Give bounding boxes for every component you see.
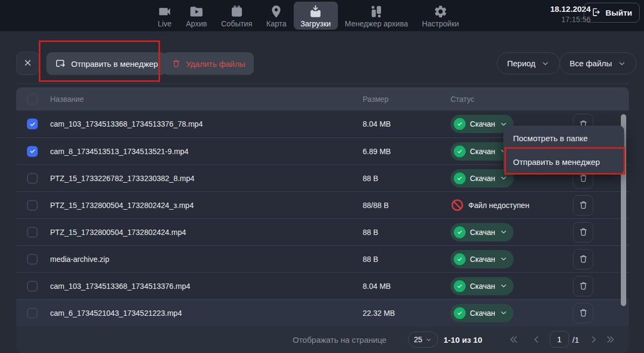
nav-tab-settings[interactable]: Настройки [415, 2, 466, 30]
table-row: PTZ_15_1732800504_1732802424.mp488 BСкач… [16, 218, 629, 245]
status-badge-downloaded[interactable]: Скачан [451, 250, 514, 268]
nav-tab-archive-manager[interactable]: Менеджер архива [338, 2, 415, 30]
items-range: 1-10 из 10 [444, 326, 482, 353]
last-page-button[interactable] [603, 326, 619, 353]
period-dropdown[interactable]: Период [497, 52, 560, 74]
status-badge-downloaded[interactable]: Скачан [451, 304, 514, 322]
file-name: PTZ_15_1733226782_1733230382_8.mp4 [43, 174, 363, 183]
file-name: cam_8_1734513513_1734513521-9.mp4 [43, 147, 363, 156]
row-checkbox[interactable] [27, 254, 38, 265]
delete-files-label: Удалить файлы [186, 59, 245, 68]
nav-tab-live[interactable]: Live [150, 2, 179, 30]
logout-button[interactable]: Выйти [584, 3, 640, 23]
next-page-button[interactable] [586, 326, 602, 353]
send-to-manager-icon [55, 58, 66, 70]
toolbar-divider [16, 84, 629, 84]
file-type-label: Все файлы [570, 59, 612, 68]
nav-tab-label: Карта [266, 19, 286, 28]
nav-tab-label: Live [158, 19, 172, 28]
row-checkbox[interactable] [27, 200, 38, 211]
status-label: Скачан [470, 228, 495, 237]
context-menu-item-open-folder[interactable]: Посмотреть в папке [503, 126, 624, 150]
delete-row-button[interactable] [573, 276, 593, 296]
select-all-checkbox[interactable] [27, 94, 38, 105]
file-name: PTZ_15_1732800504_1732802424_з.mp4 [43, 201, 363, 210]
chevron-down-icon [541, 59, 550, 68]
column-name: Название [43, 95, 363, 103]
downloaded-check-icon [454, 118, 466, 130]
context-menu-item-send-to-manager[interactable]: Отправить в менеджер [503, 150, 624, 174]
status-label: Скачан [470, 282, 495, 290]
nav-tabs: LiveАрхивСобытияКартаЗагрузкиМенеджер ар… [150, 2, 466, 30]
nav-tab-label: События [221, 19, 252, 28]
download-icon [308, 4, 323, 19]
table-row: cam_103_1734513368_1734513376.mp48.04 MB… [16, 272, 629, 299]
top-navigation: LiveАрхивСобытияКартаЗагрузкиМенеджер ар… [0, 0, 644, 31]
gear-icon [433, 4, 448, 19]
chevron-down-icon [500, 174, 508, 182]
video-camera-icon [157, 4, 172, 19]
file-type-dropdown[interactable]: Все файлы [559, 52, 636, 74]
table-row: media-archive.zip88 BСкачан [16, 245, 629, 272]
total-pages-label: /1 [572, 326, 579, 353]
chevron-down-icon [618, 59, 626, 68]
delete-row-button[interactable] [573, 195, 593, 216]
status-label: Скачан [470, 174, 495, 183]
send-to-manager-button[interactable]: Отправить в менеджер [46, 52, 167, 75]
chevron-down-icon [425, 336, 432, 343]
chevron-down-icon [500, 309, 508, 317]
current-page-box[interactable]: 1 [550, 331, 569, 348]
row-checkbox[interactable] [27, 281, 38, 292]
downloaded-check-icon [454, 146, 466, 157]
downloaded-check-icon [454, 172, 466, 184]
column-status: Статус [451, 95, 560, 103]
map-pin-icon [269, 4, 283, 19]
nav-tab-downloads[interactable]: Загрузки [294, 2, 338, 30]
per-page-select[interactable]: 25 [408, 331, 438, 348]
status-label: Скачан [470, 120, 495, 128]
downloaded-check-icon [454, 226, 466, 238]
chevron-down-icon [500, 282, 508, 290]
downloaded-check-icon [454, 253, 466, 265]
row-checkbox[interactable] [27, 146, 38, 157]
file-size: 88 B [363, 255, 451, 264]
file-size: 8.04 MB [363, 282, 451, 290]
file-name: cam_103_1734513368_1734513376_78.mp4 [43, 120, 363, 128]
row-checkbox[interactable] [27, 173, 38, 184]
trash-icon [171, 59, 181, 68]
delete-row-button[interactable] [573, 222, 593, 243]
close-selection-button[interactable] [16, 52, 39, 75]
nav-tab-label: Менеджер архива [345, 19, 408, 28]
ban-icon [451, 198, 464, 212]
per-page-value: 25 [414, 335, 423, 344]
row-checkbox[interactable] [27, 227, 38, 238]
table-row: PTZ_15_1732800504_1732802424_з.mp488/88 … [16, 191, 629, 218]
logout-label: Выйти [606, 8, 632, 17]
prev-page-button[interactable] [528, 326, 544, 353]
nav-tab-map[interactable]: Карта [259, 2, 293, 30]
nav-tab-archive[interactable]: Архив [179, 2, 214, 30]
status-unavailable: Файл недоступен [451, 198, 560, 212]
delete-files-button[interactable]: Удалить файлы [163, 52, 254, 75]
app-root: LiveАрхивСобытияКартаЗагрузкиМенеджер ар… [0, 0, 644, 353]
pagination-bar: Отображать на странице 25 1-10 из 10 1 /… [16, 326, 629, 353]
status-badge-downloaded[interactable]: Скачан [451, 223, 514, 241]
logout-icon [591, 7, 601, 19]
file-name: PTZ_15_1732800504_1732802424.mp4 [43, 228, 363, 237]
delete-row-button[interactable] [573, 303, 593, 323]
status-label: Скачан [470, 147, 495, 156]
first-page-button[interactable] [505, 326, 522, 353]
close-icon [23, 58, 33, 70]
file-name: media-archive.zip [43, 255, 363, 264]
calendar-icon [230, 4, 244, 19]
delete-row-button[interactable] [573, 249, 593, 269]
file-name: cam_103_1734513368_1734513376.mp4 [43, 282, 363, 290]
row-checkbox[interactable] [27, 308, 38, 319]
send-to-manager-label: Отправить в менеджер [71, 59, 158, 68]
file-size: 8.04 MB [363, 120, 451, 128]
period-label: Период [507, 59, 536, 68]
table-row: cam_6_1734521043_1734521223.mp422.32 MBС… [16, 299, 629, 326]
row-checkbox[interactable] [27, 119, 38, 129]
status-badge-downloaded[interactable]: Скачан [451, 277, 514, 295]
nav-tab-events[interactable]: События [214, 2, 259, 30]
